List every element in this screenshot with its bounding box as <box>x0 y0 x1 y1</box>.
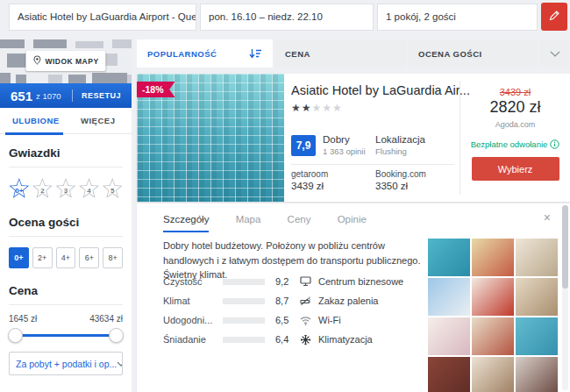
map-view-button[interactable]: WIDOK MAPY <box>25 51 105 71</box>
tab-map[interactable]: Mapa <box>236 214 261 231</box>
rating-row: Czystość 9,2 <box>163 272 289 291</box>
location-label: Lokalizacja <box>375 134 425 145</box>
tab-favorites[interactable]: ULUBIONE <box>12 108 60 134</box>
chevron-down-icon <box>550 51 560 57</box>
hotel-photo-thumb[interactable] <box>428 278 470 316</box>
results-total: z 1070 <box>36 91 61 101</box>
stars-section-title: Gwiazdki <box>9 134 123 167</box>
hotel-photo-thumb[interactable] <box>428 239 470 276</box>
price-section-title: Cena <box>9 272 123 305</box>
rating-bar <box>223 317 265 324</box>
results-count-bar: 651 z 1070 RESETUJ <box>0 83 132 108</box>
business-center-icon <box>300 276 311 287</box>
guest-rating-4plus[interactable]: 4+ <box>56 247 76 268</box>
hotel-photo-thumb[interactable] <box>428 317 470 355</box>
price-slider-max-handle[interactable] <box>109 328 124 343</box>
sidebar-tabs: ULUBIONE WIĘCEJ <box>0 108 132 134</box>
hotel-photo-thumb[interactable] <box>428 357 470 392</box>
panel-scrollbar[interactable] <box>562 205 568 390</box>
price-max-label: 43634 zł <box>89 314 123 324</box>
guest-score-badge: 7,9 <box>291 135 316 156</box>
star-filter-0plus[interactable]: 0+ <box>9 178 30 200</box>
deal-price: 2820 zł <box>460 98 570 117</box>
price-type-value: Za pobyt + podatki i op... <box>16 359 117 369</box>
hotel-photo-thumb[interactable] <box>516 317 558 355</box>
rating-bar <box>223 279 265 285</box>
reset-filters-button[interactable]: RESETUJ <box>82 91 121 100</box>
wifi-icon <box>300 316 311 325</box>
active-tab-underline <box>5 132 63 135</box>
location-pin-icon <box>32 55 41 67</box>
chevron-down-icon <box>117 361 123 367</box>
divider <box>72 89 73 102</box>
guest-rating-section-title: Ocena gości <box>9 203 123 237</box>
amenity-item: Centrum biznesowe <box>300 272 403 291</box>
old-price: 3439 zł <box>460 87 570 97</box>
hotel-result-card: -18% Asiatic Hotel by LaGuardia Air... ★… <box>137 74 570 202</box>
star-filter-5[interactable]: 5 <box>102 178 123 200</box>
hotel-photo-thumb[interactable] <box>516 357 558 392</box>
amenities-list: Centrum biznesowe Zakaz palenia Wi-Fi Kl… <box>300 272 403 349</box>
photo-gallery <box>428 239 558 392</box>
rating-row: Udogodni... 6,5 <box>163 310 289 330</box>
results-area: POPULARNOŚĆ CENA OCENA GOŚCI -18% Asiati… <box>137 39 570 392</box>
guest-rating-2plus[interactable]: 2+ <box>32 247 53 268</box>
location-value: Flushing <box>375 146 425 156</box>
sort-tab-price[interactable]: CENA <box>274 39 406 68</box>
price-type-dropdown[interactable]: Za pobyt + podatki i op... <box>9 352 123 375</box>
hotel-photo-thumb[interactable] <box>472 317 514 355</box>
rating-row: Śniadanie 6,4 <box>163 330 289 349</box>
rating-word: Dobry <box>323 134 366 145</box>
sort-options-expander[interactable] <box>539 39 570 68</box>
info-icon <box>550 139 559 149</box>
hotel-photo-thumb[interactable] <box>516 239 558 276</box>
hotel-photo-thumb[interactable] <box>472 239 514 276</box>
hotel-name[interactable]: Asiatic Hotel by LaGuardia Air... <box>291 83 475 97</box>
close-icon[interactable]: × <box>544 210 551 225</box>
guest-rating-6plus[interactable]: 6+ <box>79 247 99 268</box>
hotel-photo-thumb[interactable] <box>516 278 558 316</box>
category-ratings: Czystość 9,2 Klimat 8,7 Udogodni... 6,5 … <box>163 272 289 349</box>
amenity-item: Zakaz palenia <box>300 291 403 310</box>
map-preview[interactable]: WIDOK MAPY <box>0 39 132 83</box>
scrollbar-thumb[interactable] <box>562 205 568 289</box>
tab-prices[interactable]: Ceny <box>288 214 311 231</box>
star-filter-4[interactable]: 4 <box>79 178 100 200</box>
price-min-label: 1645 zł <box>9 314 37 324</box>
hotel-photo-thumb[interactable] <box>472 278 514 316</box>
destination-search-input[interactable]: Asiatic Hotel by LaGuardia Airport - Que… <box>9 4 196 31</box>
price-slider-track <box>16 334 116 337</box>
tab-reviews[interactable]: Opinie <box>338 214 367 231</box>
sort-tab-popularity[interactable]: POPULARNOŚĆ <box>137 39 273 68</box>
sort-tab-guest-rating[interactable]: OCENA GOŚCI <box>408 39 538 68</box>
amenity-item: Wi-Fi <box>300 310 403 330</box>
select-deal-button[interactable]: Wybierz <box>472 157 559 181</box>
tab-details[interactable]: Szczegóły <box>163 214 209 232</box>
sort-bar: POPULARNOŚĆ CENA OCENA GOŚCI <box>137 39 570 68</box>
alternate-offer[interactable]: getaroom 3439 zł <box>291 169 328 191</box>
guest-rating-0plus[interactable]: 0+ <box>9 247 29 268</box>
sort-descending-icon <box>249 48 262 59</box>
rating-bar <box>223 298 265 304</box>
guest-rating-8plus[interactable]: 8+ <box>103 247 123 268</box>
star-filter-row: 0+ 2 3 4 5 <box>9 178 123 200</box>
air-conditioning-icon <box>300 334 311 346</box>
map-view-label: WIDOK MAPY <box>45 57 98 66</box>
star-filter-2[interactable]: 2 <box>32 178 53 200</box>
results-count: 651 <box>11 89 32 103</box>
free-cancellation-link[interactable]: Bezpłatne odwołanie <box>460 139 570 149</box>
tab-more[interactable]: WIĘCEJ <box>81 108 115 134</box>
rating-row: Klimat 8,7 <box>163 291 289 310</box>
price-slider-min-handle[interactable] <box>8 328 23 343</box>
alternate-offer[interactable]: Booking.com 3350 zł <box>375 169 426 191</box>
star-filter-3[interactable]: 3 <box>55 178 76 200</box>
price-slider <box>9 325 123 345</box>
guests-input[interactable]: 1 pokój, 2 gości <box>377 4 538 31</box>
hotel-details-panel: Szczegóły Mapa Ceny Opinie × Dobry hotel… <box>137 203 570 392</box>
hotel-photo[interactable]: -18% <box>137 74 284 202</box>
dates-input[interactable]: pon. 16.10 – niedz. 22.10 <box>200 4 374 31</box>
hotel-photo-thumb[interactable] <box>472 357 514 392</box>
review-count: 1 363 opinii <box>323 146 366 156</box>
best-deal-column: 3439 zł 2820 zł Agoda.com Bezpłatne odwo… <box>460 74 570 202</box>
edit-search-button[interactable] <box>541 3 567 31</box>
